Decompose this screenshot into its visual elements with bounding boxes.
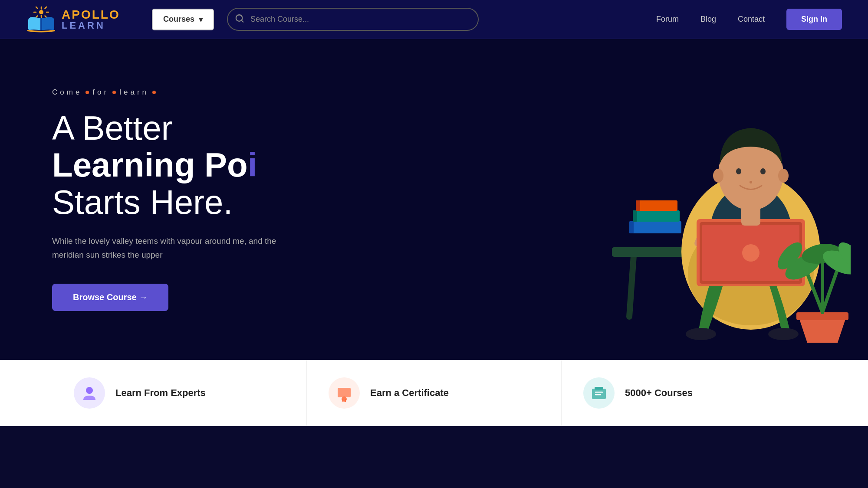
card-earn-certificate-label: Earn a Certificate [370,387,449,399]
svg-point-0 [39,10,43,14]
courses-button[interactable]: Courses ▾ [152,9,214,30]
nav-links: Forum Blog Contact Sign In [656,9,842,30]
card-earn-certificate: Earn a Certificate [307,360,562,426]
signin-button[interactable]: Sign In [786,9,842,30]
svg-point-34 [713,169,723,183]
browse-course-button[interactable]: Browse Course → [52,284,168,311]
navbar: APOLLO LEARN Courses ▾ Forum Blog Contac… [0,0,868,39]
logo-icon [26,5,56,33]
tagline: Come for learn [52,88,278,97]
hero-section: Come for learn A Better Learning Poi Sta… [0,39,868,360]
svg-rect-17 [636,200,677,211]
hero-content: Come for learn A Better Learning Poi Sta… [52,88,278,311]
svg-line-12 [629,256,634,317]
svg-line-7 [36,16,38,18]
hero-title-line2: Learning Poi [52,147,278,184]
nav-link-contact[interactable]: Contact [738,15,765,24]
search-input[interactable] [227,8,479,31]
card-5000-courses: 5000+ Courses [562,360,816,426]
svg-line-11 [241,20,243,22]
tagline-dot-2 [112,91,116,94]
svg-point-38 [768,328,799,340]
brand-name-part2: LEARN [62,21,120,30]
search-bar [227,8,479,31]
earn-certificate-icon-wrap [329,377,360,409]
tagline-dot-3 [152,91,156,94]
brand-name-part1: APOLLO [62,9,120,21]
svg-rect-15 [629,221,681,233]
hero-title-line3: Starts Here. [52,184,278,221]
learn-experts-icon-wrap [74,377,105,409]
svg-line-8 [45,16,47,18]
svg-point-35 [778,169,789,183]
hero-description: While the lovely valley teems with vapou… [52,234,278,262]
svg-line-42 [822,269,838,312]
svg-line-5 [36,7,38,9]
svg-point-31 [736,168,741,174]
hero-illustration [477,39,868,360]
logo-area: APOLLO LEARN [26,5,139,33]
card-learn-experts-label: Learn From Experts [115,387,206,399]
svg-rect-54 [595,387,603,390]
chevron-down-icon: ▾ [199,15,203,24]
5000-courses-icon [590,384,608,402]
svg-rect-18 [629,221,634,233]
svg-point-50 [342,396,347,402]
nav-link-blog[interactable]: Blog [700,15,716,24]
svg-rect-16 [633,210,680,222]
hero-svg-illustration [495,48,851,351]
svg-rect-20 [636,200,640,211]
svg-point-32 [760,168,766,174]
card-learn-from-experts: Learn From Experts [52,360,307,426]
search-icon [235,13,244,25]
earn-certificate-icon [335,384,353,402]
svg-rect-9 [40,18,42,30]
learn-experts-icon [81,384,98,402]
nav-link-forum[interactable]: Forum [656,15,679,24]
5000-courses-icon-wrap [583,377,615,409]
svg-rect-19 [633,210,637,222]
svg-point-37 [686,328,716,340]
svg-point-48 [86,387,93,394]
logo-text: APOLLO LEARN [62,9,120,30]
svg-point-33 [750,181,752,183]
svg-rect-53 [592,389,606,399]
svg-rect-36 [741,206,760,226]
tagline-dot-1 [85,91,89,94]
feature-cards-section: Learn From Experts Earn a Certificate 50… [0,360,868,426]
svg-point-29 [742,244,760,262]
card-5000-courses-label: 5000+ Courses [625,387,693,399]
svg-rect-49 [338,388,351,397]
svg-line-6 [45,7,47,9]
hero-title-line1: A Better [52,110,278,147]
